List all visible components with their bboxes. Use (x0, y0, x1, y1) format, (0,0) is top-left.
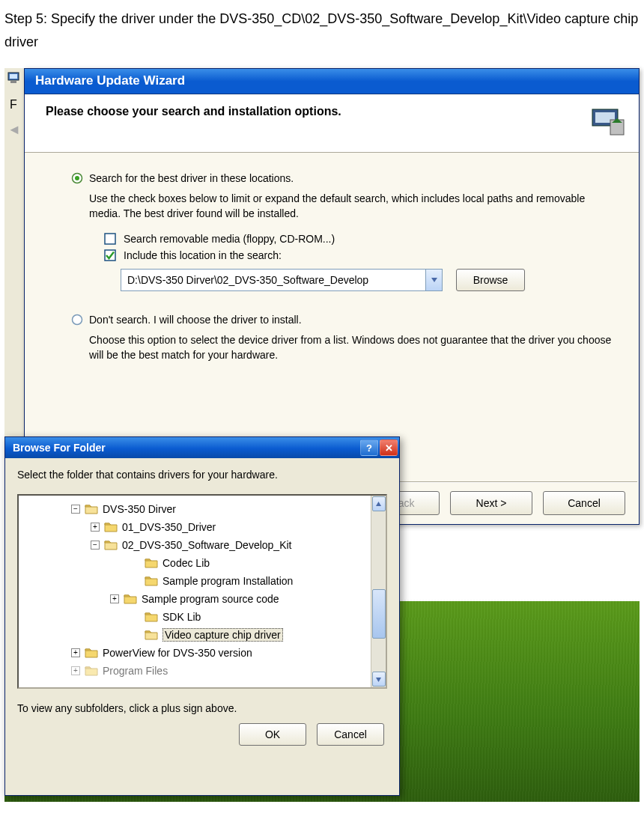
radio-selected-icon (71, 172, 83, 184)
location-combobox[interactable]: D:\DVS-350 Dirver\02_DVS-350_Software_De… (121, 269, 443, 291)
tree-item-label: Video capture chip driver (162, 628, 283, 642)
browse-for-folder-dialog: Browse For Folder ? ✕ Select the folder … (4, 436, 400, 796)
svg-point-12 (73, 315, 82, 325)
browse-body: Select the folder that contains drivers … (5, 458, 399, 752)
radio-dont-search[interactable]: Don't search. I will choose the driver t… (71, 314, 616, 326)
checkbox-removable-media[interactable]: Search removable media (floppy, CD-ROM..… (104, 233, 616, 245)
scroll-down-icon[interactable] (372, 672, 386, 687)
radio-search-best-label: Search for the best driver in these loca… (89, 172, 294, 184)
chevron-down-icon[interactable] (425, 270, 442, 290)
ok-button[interactable]: OK (239, 723, 306, 746)
browse-title: Browse For Folder (13, 442, 106, 454)
checkbox-include-location-label: Include this location in the search: (124, 249, 282, 261)
close-button[interactable]: ✕ (380, 439, 398, 456)
location-row: D:\DVS-350 Dirver\02_DVS-350_Software_De… (121, 269, 616, 291)
browse-cancel-button[interactable]: Cancel (317, 723, 384, 746)
folder-tree[interactable]: −DVS-350 Dirver+01_DVS-350_Driver−02_DVS… (17, 494, 387, 689)
tree-item-label: Sample program source code (142, 593, 279, 605)
tree-item-label: Program Files (103, 665, 168, 677)
checkbox-checked-icon (104, 249, 116, 261)
toggle-spacer (131, 558, 140, 567)
expand-icon[interactable]: + (71, 666, 80, 675)
tree-item-label: 01_DVS-350_Driver (122, 521, 216, 533)
collapse-icon[interactable]: − (91, 541, 100, 550)
instruction-text: Step 5: Specify the driver under the DVS… (0, 0, 644, 68)
wizard-titlebar[interactable]: Hardware Update Wizard (25, 69, 639, 94)
tree-item-label: Sample program Installation (162, 575, 293, 587)
svg-point-8 (75, 176, 79, 180)
tree-item[interactable]: −02_DVS-350_Software_Develop_Kit (19, 536, 371, 554)
tree-item-label: 02_DVS-350_Software_Develop_Kit (122, 539, 291, 551)
radio-dont-search-desc: Choose this option to select the device … (89, 333, 616, 362)
expand-icon[interactable]: + (110, 594, 119, 603)
tree-item[interactable]: +01_DVS-350_Driver (19, 518, 371, 536)
expand-icon[interactable]: + (71, 648, 80, 657)
titlebar-buttons: ? ✕ (360, 439, 398, 456)
toggle-spacer (131, 630, 140, 639)
screenshot-container: F ◄ Hardware Update Wizard Please choose… (4, 68, 640, 802)
wizard-heading: Please choose your search and installati… (46, 105, 625, 118)
wizard-body: Search for the best driver in these loca… (25, 153, 639, 382)
checkbox-unchecked-icon (104, 233, 116, 245)
toggle-spacer (131, 612, 140, 621)
wizard-title: Hardware Update Wizard (35, 73, 185, 88)
radio-unselected-icon (71, 314, 83, 326)
tree-item[interactable]: SDK Lib (19, 608, 371, 626)
svg-marker-13 (376, 502, 381, 506)
checkbox-include-location[interactable]: Include this location in the search: (104, 249, 616, 261)
browse-hint: To view any subfolders, click a plus sig… (17, 702, 387, 714)
tree-item[interactable]: +Program Files (19, 662, 371, 680)
location-value: D:\DVS-350 Dirver\02_DVS-350_Software_De… (121, 274, 425, 286)
tree-item[interactable]: Sample program Installation (19, 572, 371, 590)
tree-item-label: PowerView for DVS-350 version (103, 647, 252, 659)
wizard-header: Please choose your search and installati… (25, 94, 639, 153)
tree-item[interactable]: Codec Lib (19, 554, 371, 572)
radio-dont-search-label: Don't search. I will choose the driver t… (89, 314, 302, 326)
install-icon (588, 102, 627, 141)
tree-item-label: DVS-350 Dirver (103, 503, 176, 515)
scroll-thumb[interactable] (372, 589, 386, 639)
cancel-button[interactable]: Cancel (543, 491, 625, 515)
svg-rect-2 (10, 81, 16, 83)
svg-rect-9 (105, 234, 115, 244)
tree-item-label: Codec Lib (162, 557, 210, 569)
bg-menu-label: F (10, 98, 17, 112)
expand-icon[interactable]: + (91, 523, 100, 532)
svg-rect-1 (10, 74, 17, 79)
tree-item[interactable]: +PowerView for DVS-350 version (19, 644, 371, 662)
svg-marker-11 (431, 278, 437, 282)
folder-tree-content: −DVS-350 Dirver+01_DVS-350_Driver−02_DVS… (19, 496, 371, 687)
browse-titlebar[interactable]: Browse For Folder ? ✕ (5, 437, 399, 458)
browse-button[interactable]: Browse (456, 269, 525, 291)
next-button[interactable]: Next > (450, 491, 532, 515)
tree-item[interactable]: +Sample program source code (19, 590, 371, 608)
tree-item-label: SDK Lib (162, 611, 201, 623)
scrollbar[interactable] (371, 496, 386, 687)
radio-search-best-desc: Use the check boxes below to limit or ex… (89, 192, 616, 221)
computer-icon (7, 71, 21, 85)
radio-search-best[interactable]: Search for the best driver in these loca… (71, 172, 616, 184)
collapse-icon[interactable]: − (71, 505, 80, 514)
scroll-up-icon[interactable] (372, 496, 386, 511)
back-arrow-icon: ◄ (7, 122, 21, 138)
tree-item[interactable]: Video capture chip driver (19, 626, 371, 644)
checkbox-removable-media-label: Search removable media (floppy, CD-ROM..… (124, 233, 335, 245)
svg-marker-14 (376, 678, 381, 682)
browse-prompt: Select the folder that contains drivers … (17, 469, 387, 481)
tree-item[interactable]: −DVS-350 Dirver (19, 500, 371, 518)
browse-button-row: OK Cancel (17, 723, 387, 746)
toggle-spacer (131, 576, 140, 585)
help-button[interactable]: ? (360, 439, 378, 456)
